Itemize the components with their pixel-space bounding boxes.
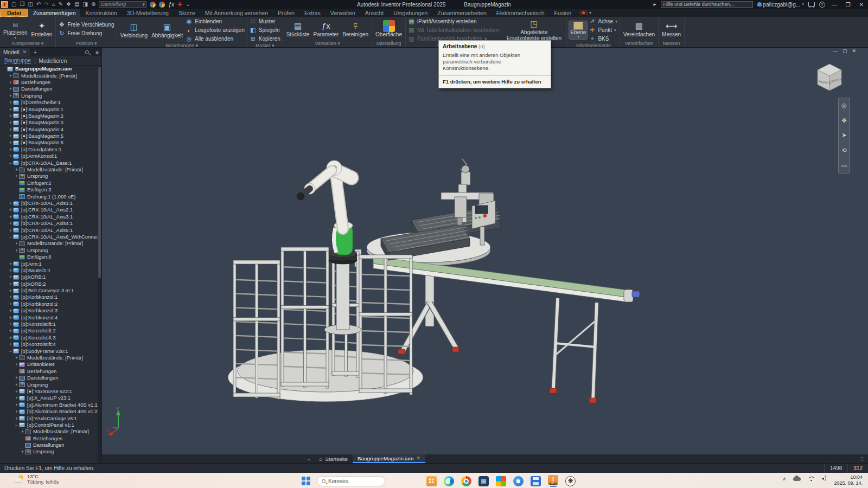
tree-expander-icon[interactable]: + [8, 274, 13, 280]
tree-item-drehung-1-1-000-oe[interactable]: Drehung:1 (1,000 oE) [0, 193, 98, 200]
tree-item-einfügen-8[interactable]: Einfügen:8 [0, 254, 98, 260]
tree-expander-icon[interactable]: + [8, 93, 13, 99]
dropdown-arrow-icon[interactable]: ▾ [615, 20, 617, 24]
tree-item-o-crx-10ial-axis1-1[interactable]: +[o]:CRX-10iAL_Axis1:1 [0, 200, 98, 207]
ribbon-parameter-button[interactable]: ƒxParameter [312, 20, 340, 38]
browser-search-icon[interactable] [82, 48, 93, 56]
tree-item-baugmagazin-3[interactable]: +[●]:BaugMagazin:3 [0, 119, 98, 126]
material-icon[interactable]: ❖ [66, 2, 71, 7]
tree-item-o-bauteil1-1[interactable]: +[o]:Bauteil1:1 [0, 267, 98, 274]
ribbon-freie-drehung-button[interactable]: ↻Freie Drehung [58, 29, 114, 37]
tab-prüfen[interactable]: Prüfen [273, 9, 299, 17]
tree-item-o-crx-10ial-axis2-1[interactable]: +[o]:CRX-10iAL_Axis2:1 [0, 207, 98, 213]
tab-fusion[interactable]: Fusion [550, 9, 577, 17]
onedrive-cloud-icon[interactable] [793, 477, 801, 481]
tree-expander-icon[interactable]: + [8, 153, 13, 159]
ribbon-punkt-button[interactable]: ✛Punkt▾ [589, 26, 617, 34]
add-icon[interactable]: ✛ [177, 1, 182, 8]
ribbon-abhängigkeit-button[interactable]: ▣Abhängigkeit [150, 21, 184, 40]
browser-scrollbar[interactable] [98, 66, 101, 463]
tree-expander-icon[interactable]: + [8, 221, 13, 226]
tree-expander-icon[interactable]: + [8, 127, 13, 132]
browser-tab-close-icon[interactable]: ✕ [22, 49, 27, 55]
ribbon-verbindung-button[interactable]: ◫Verbindung [119, 21, 149, 40]
tree-item-ursprung[interactable]: +Ursprung [0, 448, 98, 455]
tree-item-o-konzolstift-1[interactable]: +[o]:Konzolstift:1 [0, 321, 98, 328]
tree-item-o-korb-1[interactable]: +[o]:kORB:1 [0, 274, 98, 280]
taskbar-app-edge[interactable] [444, 476, 454, 486]
tray-expand-icon[interactable]: ∧ [782, 476, 786, 481]
tree-expander-icon[interactable]: + [8, 268, 13, 273]
tree-expander-icon[interactable]: + [8, 86, 13, 92]
tab-elektromechanisch[interactable]: Elektromechanisch [492, 9, 550, 17]
ribbon-bks-button[interactable]: ⌖BKS [589, 35, 617, 43]
ribbon-bereinigen-button[interactable]: ⍫Bereinigen [341, 20, 369, 38]
ribbon-vereinfachen-button[interactable]: ▩Vereinfachen [622, 20, 656, 38]
ribbon-mit-tabellenkalkulation-bearbeiten-button[interactable]: ▦Mit Tabellenkalkulation bearbeiten [408, 26, 499, 34]
view-cube[interactable]: RECHTS HINTEN [814, 61, 845, 94]
tree-expander-icon[interactable]: + [14, 382, 19, 388]
doc-tabs-chevron-icon[interactable]: ⌄ [304, 454, 315, 463]
tree-expander-icon[interactable]: + [8, 335, 13, 341]
tree-expander-icon[interactable]: + [8, 342, 13, 347]
tree-item-ursprung[interactable]: +Ursprung [0, 93, 98, 99]
tree-item-modellzustände-primär[interactable]: +Modellzustände: [Primär] [0, 166, 98, 173]
appearance-icon[interactable] [150, 2, 156, 8]
doc-minimize-button[interactable]: — [833, 48, 838, 54]
dropdown-arrow-icon[interactable]: ▾ [614, 28, 616, 33]
orbit-icon[interactable]: ⟲ [841, 147, 846, 154]
taskbar-app-m365[interactable] [496, 476, 506, 486]
tree-item-ursprung[interactable]: +Ursprung [0, 247, 98, 254]
taskbar-app-blue[interactable] [513, 476, 524, 486]
tree-expander-icon[interactable]: − [8, 160, 13, 166]
tree-item-o-yaxiscarriage-v5-1[interactable]: +[o]:YAxisCarriage v5:1 [0, 415, 98, 421]
tree-item-darstellungen[interactable]: +Darstellungen [0, 375, 98, 381]
pan-icon[interactable]: ✥ [841, 117, 846, 124]
ribbon-messen-button[interactable]: ⟷Messen [661, 20, 682, 38]
new-file-icon[interactable]: ▢ [11, 2, 16, 7]
tree-item-o-korb-2[interactable]: +[o]:kORB:2 [0, 281, 98, 287]
tree-item-darstellungen[interactable]: Darstellungen [0, 442, 98, 448]
tree-item-o-crx-10ial-axis3-1[interactable]: +[o]:CRX-10iAL_Axis3:1 [0, 214, 98, 220]
navigation-wheel-icon[interactable]: ◎ [841, 102, 847, 109]
tree-item-ursprung[interactable]: +Ursprung [0, 173, 98, 179]
component-icon[interactable]: ◨ [83, 2, 88, 7]
tree-item-o-konzolstift-3[interactable]: +[o]:Konzolstift:3 [0, 335, 98, 341]
tree-item-baugmagazin-6[interactable]: +[●]:BaugMagazin:6 [0, 139, 98, 146]
tree-item-o-korbkonzol-1[interactable]: +[o]:Korbkonzol:1 [0, 294, 98, 300]
tree-item-drittanbieter[interactable]: +Drittanbieter [0, 361, 98, 368]
zoom-icon[interactable]: ➤ [841, 132, 846, 139]
taskbar-app-chrome[interactable] [461, 476, 471, 486]
tree-item-o-konzolstift-4[interactable]: +[o]:Konzolstift:4 [0, 341, 98, 348]
tree-item-baugmagazin-4[interactable]: +[●]:BaugMagazin:4 [0, 126, 98, 133]
taskbar-app-inventor[interactable]: I [548, 475, 558, 487]
taskbar-app-orange[interactable] [426, 476, 437, 486]
minimize-button[interactable]: — [829, 2, 839, 8]
tree-expander-icon[interactable]: + [8, 201, 13, 206]
tree-item-ursprung[interactable]: +Ursprung [0, 381, 98, 388]
ribbon-losgelöste-anzeigen-button[interactable]: ◐Losgelöste anzeigen [186, 26, 245, 34]
restore-button[interactable]: ❐ [844, 2, 853, 8]
record-icon[interactable] [579, 10, 588, 15]
store-cart-icon[interactable] [808, 2, 815, 7]
tree-expander-icon[interactable]: + [8, 308, 13, 313]
tree-item-o-arm-1[interactable]: +[o]:Arm:1 [0, 260, 98, 267]
save-icon[interactable]: ◫ [28, 2, 33, 7]
taskbar-app-calc[interactable]: ▦ [478, 476, 489, 486]
tree-expander-icon[interactable]: + [8, 100, 13, 105]
tree-expander-icon[interactable]: + [14, 409, 19, 414]
tree-expander-icon[interactable]: + [8, 315, 13, 320]
tree-expander-icon[interactable]: + [8, 322, 13, 327]
ribbon-kopieren-button[interactable]: ⊞Kopieren [250, 35, 280, 43]
tree-item-o-korbkonzol-2[interactable]: +[o]:Korbkonzol:2 [0, 301, 98, 307]
undo-icon[interactable]: ↶ [36, 2, 41, 7]
tree-expander-icon[interactable]: − [8, 349, 13, 354]
panel-title[interactable]: Darstellung [372, 41, 405, 47]
tree-item-o-drehscheibe-1[interactable]: +[o]:Drehscheibe:1 [0, 99, 98, 106]
tree-expander-icon[interactable]: + [8, 328, 13, 333]
taskbar-app-chatgpt[interactable]: ❋ [565, 476, 576, 486]
doc-restore-button[interactable]: ▢ [843, 48, 847, 54]
ribbon-muster-button[interactable]: ∷Muster [250, 17, 280, 25]
ribbon-ebene-button[interactable]: Ebene▾ [569, 21, 587, 40]
tree-expander-icon[interactable]: + [8, 73, 13, 79]
